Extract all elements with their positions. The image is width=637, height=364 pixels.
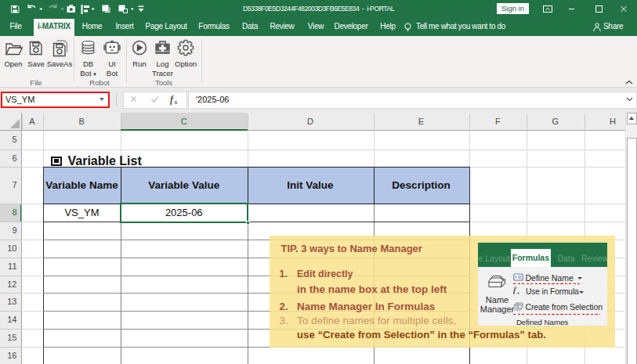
- svg-text:x: x: [174, 99, 178, 106]
- svg-text:f: f: [170, 94, 174, 105]
- svg-text:x: x: [516, 290, 520, 295]
- svg-text:f: f: [513, 287, 516, 294]
